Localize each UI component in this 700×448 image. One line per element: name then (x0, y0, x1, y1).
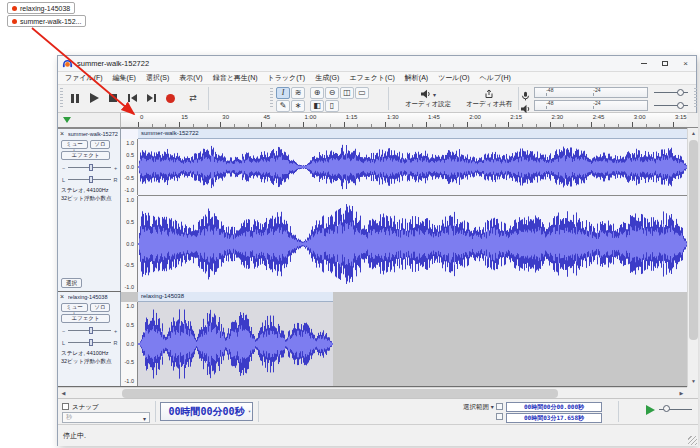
horizontal-scrollbar[interactable]: ◀ ▶ (58, 387, 687, 398)
envelope-tool-button[interactable]: ≋ (291, 87, 305, 99)
menu-item-0[interactable]: ファイル(F) (60, 72, 108, 84)
audio-setup-button[interactable]: ▾ オーディオ設定 (398, 87, 458, 110)
scroll-down-icon[interactable]: ▼ (688, 376, 699, 387)
pan-slider[interactable]: L R (61, 338, 118, 347)
slider-thumb[interactable] (89, 327, 93, 334)
recording-meter-bar[interactable]: -48-24 (534, 87, 648, 98)
mute-button[interactable]: ミュート (61, 140, 88, 149)
file-badge-summer-walk[interactable]: summer-walk-152... (7, 15, 86, 27)
menu-item-2[interactable]: 選択(S) (141, 72, 174, 84)
menu-item-8[interactable]: 解析(A) (400, 72, 433, 84)
menu-item-10[interactable]: ヘルプ(H) (475, 72, 516, 84)
draw-tool-button[interactable]: ✎ (276, 100, 290, 112)
selection-tool-button[interactable]: I (276, 87, 290, 99)
audio-position-display[interactable]: 00時間00分00秒 ▾ (160, 402, 253, 421)
recording-meter[interactable]: -48-24 (520, 87, 692, 98)
record-button[interactable] (161, 87, 179, 109)
play-speed-slider-thumb[interactable] (663, 405, 670, 412)
toolbar-grip[interactable] (60, 88, 63, 109)
amplitude-ruler[interactable]: 1.00.50.0-0.5-1.0 (121, 139, 138, 195)
track-control-panel[interactable]: × summer-walk-152722 ミュート ソロ エフェクト − + L… (58, 129, 121, 291)
selection-start-field[interactable]: 00時間00分00.000秒 (506, 402, 602, 412)
gain-slider[interactable]: − + (61, 326, 118, 335)
solo-button[interactable]: ソロ (90, 303, 110, 312)
zoom-out-button[interactable]: ⊖ (325, 87, 339, 99)
skip-to-start-button[interactable] (123, 87, 141, 109)
zoom-in-button[interactable]: ⊕ (310, 87, 324, 99)
fit-project-button[interactable]: ▭ (355, 87, 369, 99)
track-name[interactable]: summer-walk-152722 (68, 131, 118, 137)
file-badge-relaxing[interactable]: relaxing-145038 (7, 2, 75, 14)
waveform-canvas-left[interactable] (138, 139, 687, 195)
vertical-scroll-thumb[interactable] (689, 140, 698, 340)
snap-format-dropdown[interactable]: 秒 ▾ (62, 412, 150, 423)
menu-item-3[interactable]: 表示(V) (174, 72, 207, 84)
play-button[interactable] (85, 87, 103, 109)
playback-meter-bar[interactable]: -48-24 (534, 100, 648, 111)
timeline-options[interactable] (58, 113, 121, 128)
horizontal-scroll-thumb[interactable] (122, 389, 558, 398)
vertical-scrollbar[interactable]: ▲ ▼ (687, 128, 698, 387)
pan-slider[interactable]: L R (61, 175, 118, 184)
selection-range-label[interactable]: 選択範囲 ▾ (463, 403, 494, 412)
mute-button[interactable]: ミュート (61, 303, 88, 312)
waveform-canvas[interactable] (138, 302, 333, 386)
play-at-speed-button[interactable] (646, 405, 655, 415)
timeline-ruler-scale[interactable]: 01530451:001:151:301:452:002:152:302:453… (121, 113, 687, 128)
menu-item-4[interactable]: 録音と再生(N) (208, 72, 263, 84)
skip-to-end-button[interactable] (142, 87, 160, 109)
timeline-ruler[interactable]: 01530451:001:151:301:452:002:152:302:453… (58, 113, 698, 128)
audio-share-button[interactable]: オーディオ共有 (460, 87, 518, 110)
solo-button[interactable]: ソロ (90, 140, 110, 149)
recording-volume-slider[interactable] (654, 87, 688, 98)
track-control-panel[interactable]: × relaxing-145038 ミュート ソロ エフェクト − + L R … (58, 292, 121, 386)
effects-button[interactable]: エフェクト (61, 314, 110, 323)
amplitude-ruler[interactable]: 1.00.50.0-0.5-1.0 (121, 302, 138, 386)
menu-item-1[interactable]: 編集(E) (108, 72, 141, 84)
stop-button[interactable] (104, 87, 122, 109)
slider-thumb[interactable] (89, 164, 93, 171)
status-bar: 停止中. (58, 424, 698, 446)
minimize-button[interactable] (633, 56, 654, 71)
snap-checkbox[interactable] (62, 403, 69, 410)
multi-tool-button[interactable]: ∗ (291, 100, 305, 112)
timeline-minor-tick (412, 124, 413, 127)
amplitude-ruler[interactable]: 1.00.50.0-0.5-1.0 (121, 196, 138, 292)
trim-outside-selection-button[interactable]: ◧ (310, 100, 324, 112)
silence-selection-button[interactable]: ▯ (325, 100, 339, 112)
slider-thumb[interactable] (89, 339, 93, 346)
scroll-up-icon[interactable]: ▲ (688, 128, 699, 139)
fit-selection-button[interactable]: ◫ (340, 87, 354, 99)
effects-button[interactable]: エフェクト (61, 151, 110, 160)
timeline-tick-label: 1:00 (305, 114, 317, 120)
slider-thumb[interactable] (677, 89, 684, 96)
title-bar[interactable]: summer-walk-152722 × (58, 56, 696, 72)
track-close-button[interactable]: × (60, 130, 64, 138)
track-select-button[interactable]: 選択 (61, 278, 82, 288)
menu-item-7[interactable]: エフェクト(C) (344, 72, 400, 84)
track-name[interactable]: relaxing-145038 (68, 294, 118, 300)
menu-item-5[interactable]: トラック(T) (263, 72, 311, 84)
menu-item-9[interactable]: ツール(O) (433, 72, 474, 84)
selection-end-toggle[interactable] (496, 413, 503, 420)
clip-header[interactable]: relaxing-145038 (138, 292, 333, 302)
selection-end-field[interactable]: 00時間03分17.658秒 (506, 413, 602, 423)
track-close-button[interactable]: × (60, 293, 64, 301)
toolbar-grip[interactable] (270, 88, 273, 109)
playback-meter[interactable]: -48-24 (520, 100, 692, 111)
selection-start-toggle[interactable] (496, 403, 503, 410)
toolbar-grip[interactable] (694, 88, 697, 109)
pause-button[interactable] (66, 87, 84, 109)
snap-format-value: 秒 (66, 414, 72, 420)
slider-thumb[interactable] (677, 102, 684, 109)
loop-button[interactable]: ⇄ (184, 87, 202, 109)
close-button[interactable]: × (675, 56, 696, 71)
waveform-canvas-right[interactable] (138, 196, 687, 292)
resize-grip[interactable] (688, 436, 697, 445)
menu-item-6[interactable]: 生成(G) (310, 72, 344, 84)
maximize-button[interactable] (654, 56, 675, 71)
playback-volume-slider[interactable] (654, 100, 688, 111)
gain-slider[interactable]: − + (61, 163, 118, 172)
clip-header[interactable]: summer-walk-152722 (138, 129, 687, 139)
slider-thumb[interactable] (89, 176, 93, 183)
